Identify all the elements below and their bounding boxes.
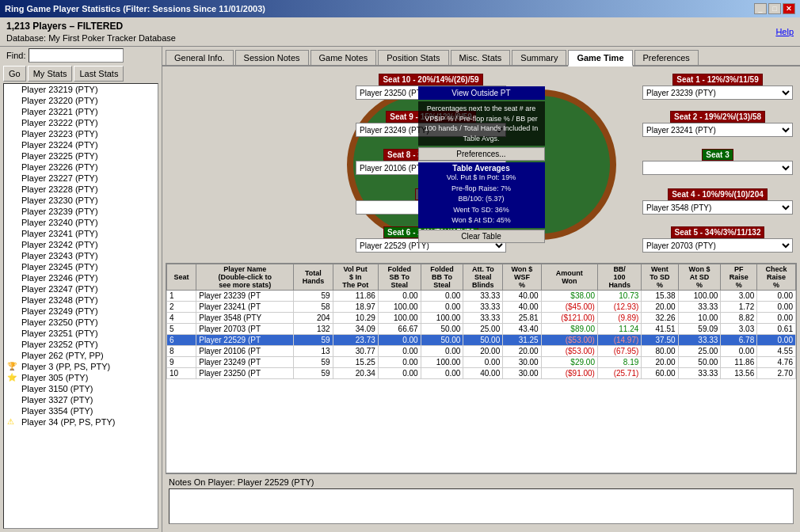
view-outside-pt-button[interactable]: View Outside PT — [418, 86, 545, 100]
maximize-button[interactable]: □ — [768, 3, 781, 14]
preferences-button[interactable]: Preferences... — [418, 147, 545, 161]
cell-att-steal: 33.33 — [463, 302, 503, 313]
col-player: Player Name(Double-click tosee more stat… — [196, 264, 294, 291]
cell-won-sd: 33.33 — [678, 302, 721, 313]
table-row[interactable]: 6 Player 22529 (PT 59 23.73 0.00 50.00 5… — [167, 335, 796, 346]
my-stats-button[interactable]: My Stats — [28, 66, 73, 82]
seat-2-select[interactable]: Player 23241 (PTY) — [642, 123, 793, 137]
cell-vol: 23.73 — [333, 335, 378, 346]
tab-summary[interactable]: Summary — [512, 50, 566, 65]
list-item[interactable]: Player 23248 (PTY) — [4, 294, 158, 306]
player-icon — [7, 218, 20, 227]
list-item[interactable]: Player 23250 (PTY) — [4, 317, 158, 328]
list-item[interactable]: Player 23230 (PTY) — [4, 195, 158, 206]
vol-put: Vol. Put $ In Pot: 19% — [421, 173, 542, 184]
list-item[interactable]: Player 23247 (PTY) — [4, 283, 158, 294]
go-button[interactable]: Go — [3, 66, 26, 82]
filter-title: 1,213 Players – FILTERED — [6, 21, 176, 32]
cell-won-wsf: 43.40 — [503, 324, 541, 335]
list-item[interactable]: Player 23221 (PTY) — [4, 106, 158, 117]
list-item[interactable]: Player 23220 (PTY) — [4, 95, 158, 106]
close-button[interactable]: ✕ — [783, 3, 795, 14]
table-row[interactable]: 9 Player 23249 (PT 59 15.25 0.00 100.00 … — [167, 357, 796, 368]
list-item[interactable]: ⭐Player 305 (PTY) — [4, 372, 158, 383]
data-table-container: Seat Player Name(Double-click tosee more… — [166, 263, 797, 473]
list-item[interactable]: Player 3327 (PTY) — [4, 394, 158, 405]
notes-textarea[interactable] — [169, 488, 794, 524]
search-input[interactable] — [29, 48, 124, 63]
list-item[interactable]: Player 23240 (PTY) — [4, 217, 158, 228]
cell-fold-bb: 0.00 — [421, 368, 463, 379]
player-name: Player 3 (PP, PS, PTY) — [21, 362, 110, 371]
list-item[interactable]: Player 23246 (PTY) — [4, 272, 158, 283]
seat-2-label: Seat 2 - 19%/2%/(13)/58 — [670, 111, 765, 123]
list-item[interactable]: Player 23228 (PTY) — [4, 184, 158, 195]
list-item[interactable]: Player 23243 (PTY) — [4, 250, 158, 261]
col-won-sd: Won $At SD% — [678, 264, 721, 291]
minimize-button[interactable]: _ — [754, 3, 767, 14]
list-item[interactable]: Player 3150 (PTY) — [4, 383, 158, 394]
last-stats-button[interactable]: Last Stats — [74, 66, 124, 82]
player-name: Player 23249 (PTY) — [21, 306, 98, 316]
list-item[interactable]: Player 23223 (PTY) — [4, 128, 158, 139]
cell-fold-bb: 0.00 — [421, 346, 463, 357]
cell-fold-bb: 100.00 — [421, 357, 463, 368]
list-item[interactable]: Player 23219 (PTY) — [4, 84, 158, 95]
table-row[interactable]: 1 Player 23239 (PT 59 11.86 0.00 0.00 33… — [167, 291, 796, 302]
player-name: Player 23245 (PTY) — [21, 262, 98, 272]
seat-1: Seat 1 - 12%/3%/11/59 Player 23239 (PTY) — [642, 74, 793, 100]
table-row[interactable]: 5 Player 20703 (PT 132 34.09 66.67 50.00… — [167, 324, 796, 335]
table-averages-data: Vol. Put $ In Pot: 19% Pre-flop Raise: 7… — [421, 173, 542, 226]
list-item[interactable]: Player 23245 (PTY) — [4, 261, 158, 272]
cell-won-wsf: 40.00 — [503, 302, 541, 313]
player-icon — [7, 96, 20, 105]
cell-amount: ($91.00) — [541, 368, 597, 379]
seat-3-select[interactable] — [642, 161, 793, 175]
cell-bb100: (25.71) — [597, 368, 641, 379]
list-item[interactable]: Player 23252 (PTY) — [4, 339, 158, 350]
seat-1-select[interactable]: Player 23239 (PTY) — [642, 86, 793, 100]
cell-seat: 2 — [167, 302, 196, 313]
player-icon — [7, 406, 20, 416]
player-list[interactable]: Player 23219 (PTY)Player 23220 (PTY)Play… — [3, 83, 158, 529]
cell-hands: 59 — [294, 368, 333, 379]
tab-general-info.[interactable]: General Info. — [166, 50, 234, 65]
player-name: Player 23226 (PTY) — [21, 162, 98, 172]
list-item[interactable]: Player 23242 (PTY) — [4, 239, 158, 250]
list-item[interactable]: Player 23241 (PTY) — [4, 228, 158, 239]
list-item[interactable]: Player 23226 (PTY) — [4, 162, 158, 173]
list-item[interactable]: Player 23224 (PTY) — [4, 139, 158, 150]
list-item[interactable]: Player 23227 (PTY) — [4, 173, 158, 184]
list-item[interactable]: Player 262 (PTY, PP) — [4, 350, 158, 361]
seat-5-select[interactable]: Player 20703 (PTY) — [642, 238, 793, 253]
table-row[interactable]: 2 Player 23241 (PT 58 18.97 100.00 0.00 … — [167, 302, 796, 313]
table-row[interactable]: 4 Player 3548 (PTY 204 10.29 100.00 100.… — [167, 313, 796, 324]
clear-table-button[interactable]: Clear Table — [418, 230, 545, 243]
window-controls[interactable]: _ □ ✕ — [754, 3, 795, 14]
tab-session-notes[interactable]: Session Notes — [235, 50, 309, 65]
list-item[interactable]: Player 3354 (PTY) — [4, 405, 158, 416]
help-link[interactable]: Help — [775, 27, 794, 36]
cell-att-steal: 33.33 — [463, 313, 503, 324]
tab-misc.-stats[interactable]: Misc. Stats — [451, 50, 511, 65]
list-item[interactable]: ⚠Player 34 (PP, PS, PTY) — [4, 416, 158, 428]
table-row[interactable]: 10 Player 23250 (PT 59 20.34 0.00 0.00 4… — [167, 368, 796, 379]
tab-game-time[interactable]: Game Time — [568, 50, 632, 66]
tab-game-notes[interactable]: Game Notes — [310, 50, 377, 65]
list-item[interactable]: 🏆Player 3 (PP, PS, PTY) — [4, 361, 158, 372]
cell-won-wsf: 40.00 — [503, 291, 541, 302]
cell-bb100: (9.89) — [597, 313, 641, 324]
list-item[interactable]: Player 23239 (PTY) — [4, 206, 158, 217]
notes-label: Notes On Player: Player 22529 (PTY) — [169, 477, 794, 487]
tab-preferences[interactable]: Preferences — [634, 50, 699, 65]
db-title: Database: My First Poker Tracker Databas… — [6, 33, 176, 43]
list-item[interactable]: Player 23251 (PTY) — [4, 328, 158, 339]
table-row[interactable]: 8 Player 20106 (PT 13 30.77 0.00 0.00 20… — [167, 346, 796, 357]
seat-4-select[interactable]: Player 3548 (PTY) — [642, 200, 793, 215]
cell-won-sd: 10.00 — [678, 313, 721, 324]
list-item[interactable]: Player 23249 (PTY) — [4, 306, 158, 317]
list-item[interactable]: Player 23222 (PTY) — [4, 117, 158, 128]
list-item[interactable]: Player 23225 (PTY) — [4, 150, 158, 162]
tab-position-stats[interactable]: Position Stats — [378, 50, 448, 65]
player-name: Player 34 (PP, PS, PTY) — [21, 417, 115, 427]
